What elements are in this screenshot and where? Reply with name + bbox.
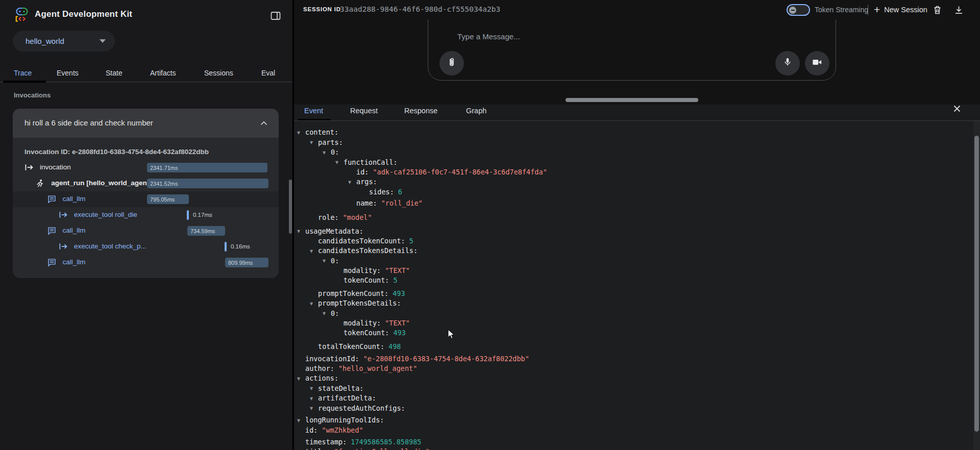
span-duration: 795.05ms: [147, 196, 175, 203]
new-session-button[interactable]: + New Session: [874, 5, 927, 15]
span-duration: 0.17ms: [193, 212, 212, 218]
agent-run-icon: [36, 179, 45, 188]
tree-collapse-icon[interactable]: ▼: [323, 148, 331, 158]
span-duration: 809.99ms: [225, 260, 253, 266]
enter-arrow-icon: [59, 242, 68, 251]
sidebar-tab-state[interactable]: State: [106, 69, 122, 77]
tree-row: ▼longRunningToolIds:: [294, 415, 968, 426]
tree-collapse-icon[interactable]: ▼: [310, 404, 318, 413]
sidebar-tab-eval[interactable]: Eval: [261, 69, 275, 77]
trace-span-row[interactable]: call_llm809.99ms: [13, 255, 279, 270]
tree-value: 5: [409, 237, 413, 245]
tree-collapse-icon[interactable]: ▼: [323, 309, 331, 318]
tree-key: args:: [356, 178, 377, 186]
detail-tabs: EventRequestResponseGraph: [294, 105, 980, 121]
vertical-scrollbar[interactable]: [974, 136, 979, 432]
tree-key: promptTokenCount:: [318, 289, 388, 297]
detail-tab-request[interactable]: Request: [350, 107, 378, 115]
tree-key: timestamp:: [305, 438, 347, 446]
sidebar-scrollbar[interactable]: [289, 180, 292, 234]
tree-row: tokenCount:493: [294, 328, 968, 338]
tree-key: author:: [305, 364, 334, 372]
tree-collapse-icon[interactable]: ▼: [310, 299, 318, 309]
tree-key: longRunningToolIds:: [305, 416, 384, 424]
tree-collapse-icon[interactable]: ▼: [297, 128, 305, 138]
tree-row: id:"wmZhkbed": [294, 426, 968, 435]
tree-row: ▼actions:: [294, 373, 968, 384]
trace-span-row[interactable]: call_llm795.05ms: [13, 191, 279, 207]
tree-row: ▼args:: [294, 177, 968, 187]
agent-select-dropdown[interactable]: hello_world: [13, 31, 115, 52]
sidebar-tab-sessions[interactable]: Sessions: [204, 69, 233, 77]
mouse-cursor: [448, 329, 455, 342]
tree-collapse-icon[interactable]: ▼: [310, 384, 318, 393]
trace-span-row[interactable]: execute_tool check_p...0.16ms: [13, 239, 279, 255]
tree-collapse-icon[interactable]: ▼: [310, 394, 318, 404]
detail-tab-response[interactable]: Response: [404, 107, 437, 115]
sidebar-tab-artifacts[interactable]: Artifacts: [150, 69, 176, 77]
chevron-down-icon: [100, 39, 106, 43]
collapse-panel-icon[interactable]: [270, 10, 282, 22]
agent-select-value: hello_world: [26, 37, 100, 45]
microphone-button[interactable]: [775, 51, 800, 76]
tree-row: id:"adk-caf25106-f0c7-451f-86e4-3c6d7e8f…: [294, 167, 968, 177]
event-tree: ▼content:▼parts:▼0:▼functionCall:id:"adk…: [294, 128, 968, 450]
invocation-id: Invocation ID: e-2808fd10-6383-4754-8de4…: [24, 148, 209, 156]
active-tab-indicator: [3, 81, 46, 83]
tree-value: "TEXT": [385, 266, 410, 274]
tree-collapse-icon[interactable]: ▼: [323, 256, 331, 266]
chevron-up-icon[interactable]: [258, 118, 270, 129]
sidebar-tab-events[interactable]: Events: [57, 69, 79, 77]
tree-row: timestamp:1749586585.858985: [294, 437, 968, 447]
invocation-card-header[interactable]: hi roll a 6 side dice and check number: [13, 109, 279, 138]
tree-value: 6: [398, 188, 402, 196]
tree-value: 498: [388, 342, 401, 351]
tree-row: role:"model": [294, 213, 968, 222]
delete-session-icon[interactable]: [932, 5, 943, 15]
export-session-icon[interactable]: [953, 5, 964, 15]
span-name: call_llm: [63, 195, 86, 203]
tree-collapse-icon[interactable]: ▼: [297, 227, 305, 236]
trace-span-row[interactable]: call_llm734.59ms: [13, 223, 279, 239]
message-input[interactable]: Type a Message...: [457, 32, 520, 41]
trace-span-row[interactable]: invocation2341.71ms: [13, 160, 279, 176]
tree-collapse-icon[interactable]: ▼: [348, 178, 356, 187]
chat-icon: [47, 258, 57, 267]
enter-arrow-icon: [24, 163, 34, 172]
tree-collapse-icon[interactable]: ▼: [310, 138, 318, 147]
tree-row: modality:"TEXT": [294, 318, 968, 328]
detail-tab-event[interactable]: Event: [304, 107, 323, 115]
videocam-icon: [812, 58, 822, 69]
new-session-label: New Session: [884, 6, 927, 14]
horizontal-scrollbar[interactable]: [566, 98, 698, 102]
detail-tab-graph[interactable]: Graph: [466, 107, 486, 115]
attach-file-button[interactable]: [439, 51, 464, 76]
tree-value: 1749586585.858985: [351, 438, 421, 446]
tree-key: 0:: [331, 257, 339, 265]
token-streaming-toggle[interactable]: [787, 4, 810, 16]
tree-collapse-icon[interactable]: ▼: [297, 416, 305, 426]
chat-icon: [47, 227, 57, 235]
tree-key: stateDelta:: [318, 384, 363, 392]
tree-key: 0:: [331, 309, 339, 317]
close-icon[interactable]: [951, 103, 965, 116]
tree-key: id:: [356, 168, 369, 176]
sidebar-tab-trace[interactable]: Trace: [14, 69, 32, 77]
tree-collapse-icon[interactable]: ▼: [335, 158, 344, 167]
tree-row: ▼promptTokensDetails:: [294, 298, 968, 309]
video-camera-button[interactable]: [805, 51, 829, 76]
invocation-card: hi roll a 6 side dice and check number I…: [13, 109, 279, 278]
tree-row: ▼artifactDelta:: [294, 393, 968, 404]
tree-collapse-icon[interactable]: ▼: [310, 246, 318, 256]
tree-collapse-icon[interactable]: ▼: [297, 374, 305, 384]
span-name: execute_tool check_p...: [74, 242, 146, 250]
tree-row: ▼parts:: [294, 138, 968, 148]
span-duration-bar: 2341.52ms: [147, 179, 268, 188]
tree-value: "model": [343, 213, 372, 221]
sidebar-tabs: TraceEventsStateArtifactsSessionsEval: [0, 65, 292, 83]
span-duration-bar: 2341.71ms: [147, 163, 267, 172]
trace-span-row[interactable]: agent_run [hello_world_agent]2341.52ms: [13, 176, 279, 191]
tree-key: artifactDelta:: [318, 394, 376, 402]
trace-span-row[interactable]: execute_tool roll_die0.17ms: [13, 207, 279, 223]
tree-key: content:: [305, 128, 338, 136]
